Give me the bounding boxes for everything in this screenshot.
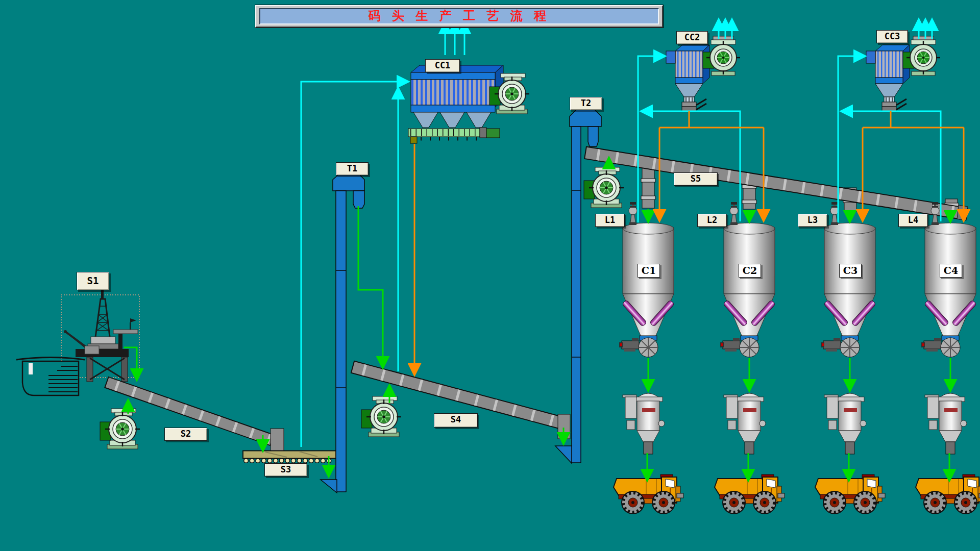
label-cc1[interactable]: CC1 — [425, 59, 460, 72]
label-s1[interactable]: S1 — [77, 272, 109, 290]
label-s4[interactable]: S4 — [434, 413, 478, 428]
cc3-dust-collector — [866, 45, 914, 111]
ship-loader-s1 — [16, 289, 139, 395]
label-s3[interactable]: S3 — [264, 463, 307, 477]
cc1-dust-collector — [408, 65, 503, 143]
equipment-graphics — [0, 0, 980, 551]
label-c4[interactable]: C4 — [940, 264, 962, 278]
silo-c3 — [815, 202, 885, 514]
cc2-dust-collector — [666, 45, 714, 111]
cc3-fan — [906, 36, 940, 76]
label-c3[interactable]: C3 — [839, 264, 862, 278]
truck-2 — [715, 474, 785, 514]
label-l3[interactable]: L3 — [798, 214, 827, 227]
truck-1 — [614, 474, 683, 514]
truck-4 — [916, 474, 980, 514]
label-s2[interactable]: S2 — [164, 428, 207, 441]
fan-s5 — [584, 167, 624, 208]
label-l2[interactable]: L2 — [697, 214, 727, 227]
label-l1[interactable]: L1 — [595, 214, 625, 227]
label-c1[interactable]: C1 — [638, 264, 660, 278]
truck-3 — [815, 474, 885, 514]
label-cc3[interactable]: CC3 — [876, 30, 908, 43]
silo-c2 — [715, 202, 785, 514]
belt-conveyor-s3 — [242, 450, 343, 461]
title-bar: 码 头 生 产 工 艺 流 程 — [255, 5, 663, 28]
fan-s4 — [361, 396, 401, 437]
label-t1[interactable]: T1 — [336, 162, 369, 176]
label-s5[interactable]: S5 — [674, 172, 718, 186]
bucket-elevator-t2 — [555, 108, 601, 463]
label-l4[interactable]: L4 — [898, 214, 928, 227]
cc2-fan — [706, 36, 740, 76]
label-c2[interactable]: C2 — [739, 264, 761, 278]
bucket-elevator-t1 — [321, 172, 364, 493]
fan-s2 — [100, 409, 140, 449]
scada-process-screen: 码 头 生 产 工 艺 流 程 S1 S2 S3 S4 S5 T1 T2 CC1… — [0, 0, 980, 551]
silo-c4 — [916, 202, 980, 514]
label-cc2[interactable]: CC2 — [676, 31, 708, 44]
silo-c1 — [614, 202, 683, 514]
label-t2[interactable]: T2 — [570, 97, 602, 110]
page-title: 码 头 生 产 工 艺 流 程 — [259, 8, 659, 24]
